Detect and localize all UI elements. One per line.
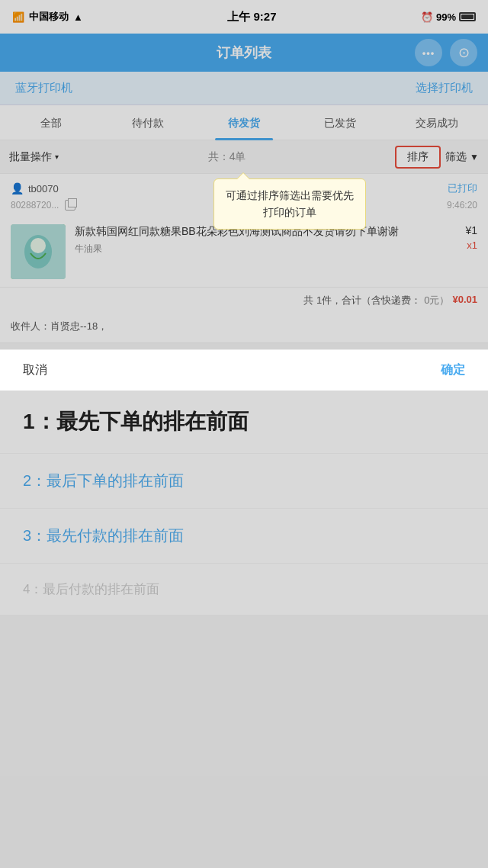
overlay-background[interactable] (0, 0, 488, 868)
sort-tooltip: 可通过排序筛选出需要优先打印的订单 (214, 178, 366, 230)
bottom-action-bar: 取消 确定 (0, 349, 488, 391)
cancel-button[interactable]: 取消 (23, 362, 47, 378)
confirm-button[interactable]: 确定 (441, 362, 465, 378)
